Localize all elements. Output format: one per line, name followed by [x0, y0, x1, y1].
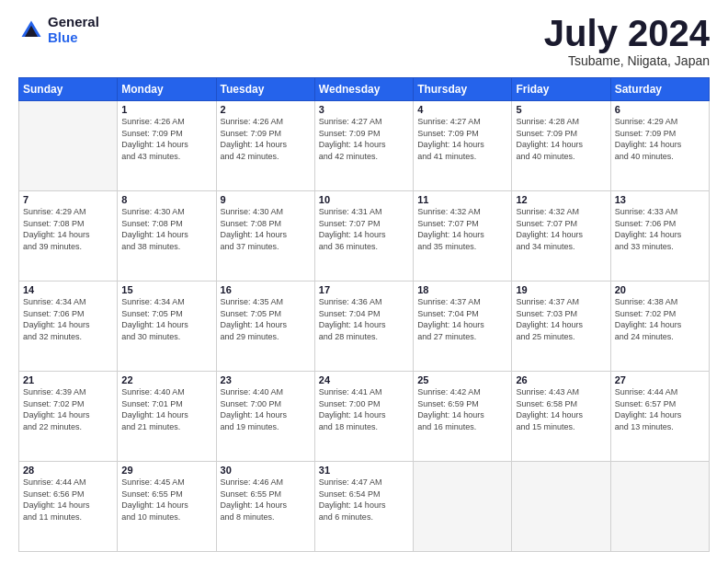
calendar-cell: 11Sunrise: 4:32 AM Sunset: 7:07 PM Dayli… [414, 191, 512, 282]
day-number: 21 [23, 374, 113, 385]
day-number: 1 [121, 104, 211, 115]
calendar-cell: 18Sunrise: 4:37 AM Sunset: 7:04 PM Dayli… [414, 282, 512, 372]
header: General Blue July 2024 Tsubame, Niigata,… [18, 15, 710, 68]
day-info: Sunrise: 4:31 AM Sunset: 7:07 PM Dayligh… [319, 206, 409, 252]
calendar-day-header: Sunday [19, 78, 118, 101]
day-info: Sunrise: 4:36 AM Sunset: 7:04 PM Dayligh… [319, 296, 409, 342]
day-number: 23 [221, 374, 311, 385]
calendar-cell: 6Sunrise: 4:29 AM Sunset: 7:09 PM Daylig… [610, 101, 709, 191]
day-number: 18 [417, 284, 507, 295]
calendar-cell: 5Sunrise: 4:28 AM Sunset: 7:09 PM Daylig… [512, 101, 610, 191]
calendar-day-header: Friday [512, 78, 610, 101]
day-info: Sunrise: 4:37 AM Sunset: 7:04 PM Dayligh… [417, 296, 507, 342]
location: Tsubame, Niigata, Japan [544, 53, 710, 68]
calendar-day-header: Monday [118, 78, 216, 101]
day-info: Sunrise: 4:41 AM Sunset: 7:00 PM Dayligh… [319, 386, 409, 432]
day-number: 15 [121, 284, 211, 295]
calendar-cell: 7Sunrise: 4:29 AM Sunset: 7:08 PM Daylig… [19, 191, 118, 282]
calendar-week-row: 21Sunrise: 4:39 AM Sunset: 7:02 PM Dayli… [19, 372, 710, 462]
day-info: Sunrise: 4:29 AM Sunset: 7:08 PM Dayligh… [23, 206, 113, 252]
calendar-cell [414, 462, 512, 552]
logo-blue: Blue [48, 30, 99, 46]
day-info: Sunrise: 4:28 AM Sunset: 7:09 PM Dayligh… [516, 116, 606, 162]
day-info: Sunrise: 4:45 AM Sunset: 6:55 PM Dayligh… [121, 477, 211, 523]
day-info: Sunrise: 4:35 AM Sunset: 7:05 PM Dayligh… [221, 296, 311, 342]
day-info: Sunrise: 4:29 AM Sunset: 7:09 PM Dayligh… [615, 116, 705, 162]
logo: General Blue [18, 15, 99, 45]
day-number: 11 [417, 194, 507, 205]
calendar-cell: 17Sunrise: 4:36 AM Sunset: 7:04 PM Dayli… [314, 282, 413, 372]
day-number: 28 [23, 465, 113, 476]
calendar-cell [19, 101, 118, 191]
calendar-cell: 29Sunrise: 4:45 AM Sunset: 6:55 PM Dayli… [118, 462, 216, 552]
title-area: July 2024 Tsubame, Niigata, Japan [544, 15, 710, 68]
day-number: 20 [615, 284, 705, 295]
month-title: July 2024 [544, 15, 710, 52]
day-info: Sunrise: 4:34 AM Sunset: 7:06 PM Dayligh… [23, 296, 113, 342]
calendar-cell: 21Sunrise: 4:39 AM Sunset: 7:02 PM Dayli… [19, 372, 118, 462]
day-number: 7 [23, 194, 113, 205]
day-info: Sunrise: 4:38 AM Sunset: 7:02 PM Dayligh… [615, 296, 705, 342]
calendar-cell: 30Sunrise: 4:46 AM Sunset: 6:55 PM Dayli… [216, 462, 314, 552]
calendar-cell [512, 462, 610, 552]
day-info: Sunrise: 4:27 AM Sunset: 7:09 PM Dayligh… [417, 116, 507, 162]
calendar-cell: 28Sunrise: 4:44 AM Sunset: 6:56 PM Dayli… [19, 462, 118, 552]
calendar-header-row: SundayMondayTuesdayWednesdayThursdayFrid… [19, 78, 710, 101]
day-number: 30 [221, 465, 311, 476]
day-number: 16 [221, 284, 311, 295]
calendar-week-row: 14Sunrise: 4:34 AM Sunset: 7:06 PM Dayli… [19, 282, 710, 372]
logo-general: General [48, 15, 99, 30]
calendar-cell [610, 462, 709, 552]
calendar-cell: 24Sunrise: 4:41 AM Sunset: 7:00 PM Dayli… [314, 372, 413, 462]
day-info: Sunrise: 4:47 AM Sunset: 6:54 PM Dayligh… [319, 477, 409, 523]
day-number: 25 [417, 374, 507, 385]
day-number: 13 [615, 194, 705, 205]
day-info: Sunrise: 4:44 AM Sunset: 6:57 PM Dayligh… [615, 386, 705, 432]
calendar-cell: 19Sunrise: 4:37 AM Sunset: 7:03 PM Dayli… [512, 282, 610, 372]
day-info: Sunrise: 4:43 AM Sunset: 6:58 PM Dayligh… [516, 386, 606, 432]
calendar-cell: 12Sunrise: 4:32 AM Sunset: 7:07 PM Dayli… [512, 191, 610, 282]
page: General Blue July 2024 Tsubame, Niigata,… [0, 0, 728, 563]
day-number: 26 [516, 374, 606, 385]
day-info: Sunrise: 4:37 AM Sunset: 7:03 PM Dayligh… [516, 296, 606, 342]
day-info: Sunrise: 4:40 AM Sunset: 7:01 PM Dayligh… [121, 386, 211, 432]
day-info: Sunrise: 4:32 AM Sunset: 7:07 PM Dayligh… [417, 206, 507, 252]
day-info: Sunrise: 4:30 AM Sunset: 7:08 PM Dayligh… [121, 206, 211, 252]
calendar-day-header: Thursday [414, 78, 512, 101]
calendar-cell: 3Sunrise: 4:27 AM Sunset: 7:09 PM Daylig… [314, 101, 413, 191]
day-number: 3 [319, 104, 409, 115]
calendar-cell: 14Sunrise: 4:34 AM Sunset: 7:06 PM Dayli… [19, 282, 118, 372]
calendar-cell: 16Sunrise: 4:35 AM Sunset: 7:05 PM Dayli… [216, 282, 314, 372]
calendar-day-header: Saturday [610, 78, 709, 101]
day-number: 2 [221, 104, 311, 115]
calendar-cell: 31Sunrise: 4:47 AM Sunset: 6:54 PM Dayli… [314, 462, 413, 552]
calendar-week-row: 28Sunrise: 4:44 AM Sunset: 6:56 PM Dayli… [19, 462, 710, 552]
calendar-cell: 13Sunrise: 4:33 AM Sunset: 7:06 PM Dayli… [610, 191, 709, 282]
day-number: 31 [319, 465, 409, 476]
day-info: Sunrise: 4:30 AM Sunset: 7:08 PM Dayligh… [221, 206, 311, 252]
day-info: Sunrise: 4:27 AM Sunset: 7:09 PM Dayligh… [319, 116, 409, 162]
day-number: 5 [516, 104, 606, 115]
calendar-cell: 25Sunrise: 4:42 AM Sunset: 6:59 PM Dayli… [414, 372, 512, 462]
day-number: 6 [615, 104, 705, 115]
day-info: Sunrise: 4:46 AM Sunset: 6:55 PM Dayligh… [221, 477, 311, 523]
calendar-day-header: Wednesday [314, 78, 413, 101]
calendar-cell: 4Sunrise: 4:27 AM Sunset: 7:09 PM Daylig… [414, 101, 512, 191]
day-number: 19 [516, 284, 606, 295]
day-info: Sunrise: 4:33 AM Sunset: 7:06 PM Dayligh… [615, 206, 705, 252]
day-number: 14 [23, 284, 113, 295]
day-number: 27 [615, 374, 705, 385]
day-number: 22 [121, 374, 211, 385]
calendar-day-header: Tuesday [216, 78, 314, 101]
calendar-cell: 10Sunrise: 4:31 AM Sunset: 7:07 PM Dayli… [314, 191, 413, 282]
logo-text: General Blue [48, 15, 99, 45]
day-number: 17 [319, 284, 409, 295]
day-number: 24 [319, 374, 409, 385]
day-number: 29 [121, 465, 211, 476]
calendar-cell: 9Sunrise: 4:30 AM Sunset: 7:08 PM Daylig… [216, 191, 314, 282]
calendar-cell: 2Sunrise: 4:26 AM Sunset: 7:09 PM Daylig… [216, 101, 314, 191]
calendar-cell: 23Sunrise: 4:40 AM Sunset: 7:00 PM Dayli… [216, 372, 314, 462]
day-info: Sunrise: 4:44 AM Sunset: 6:56 PM Dayligh… [23, 477, 113, 523]
day-info: Sunrise: 4:39 AM Sunset: 7:02 PM Dayligh… [23, 386, 113, 432]
day-number: 9 [221, 194, 311, 205]
